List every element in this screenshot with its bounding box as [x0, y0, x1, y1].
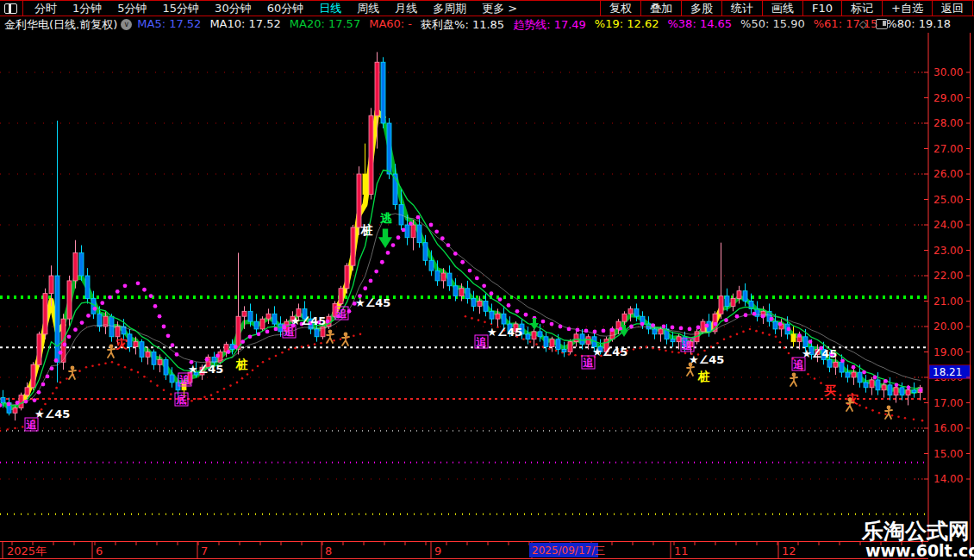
svg-text:★∠45: ★∠45	[802, 347, 837, 360]
stock-chart-app: { "title_bar": { "tabs": ["分时","1分钟","5分…	[0, 0, 974, 560]
svg-text:2025年: 2025年	[7, 544, 47, 557]
svg-text:14.00: 14.00	[933, 473, 963, 485]
svg-text:9: 9	[434, 544, 441, 557]
svg-text:桩: 桩	[697, 370, 710, 383]
svg-text:底: 底	[176, 394, 187, 406]
svg-text:27.00: 27.00	[933, 143, 963, 155]
svg-text:6: 6	[96, 544, 103, 557]
svg-text:7: 7	[201, 544, 208, 557]
kline-chart[interactable]: ★∠45★∠45★∠45★∠45★∠45★∠45★∠45★∠45追追追追追追追追…	[0, 0, 974, 560]
svg-text:买: 买	[824, 383, 836, 397]
svg-text:★∠45: ★∠45	[355, 296, 390, 309]
svg-text:16.00: 16.00	[933, 422, 963, 434]
svg-text:追: 追	[179, 374, 190, 386]
svg-text:20.00: 20.00	[933, 320, 963, 333]
svg-text:★∠45: ★∠45	[592, 345, 627, 358]
svg-text:30.00: 30.00	[933, 66, 963, 78]
svg-text:www.60lt.com: www.60lt.com	[865, 541, 974, 560]
svg-text:29.00: 29.00	[933, 92, 963, 104]
svg-text:桩: 桩	[360, 223, 373, 237]
svg-text:逃: 逃	[380, 211, 393, 225]
svg-text:桩: 桩	[235, 358, 248, 371]
svg-text:25.00: 25.00	[933, 194, 963, 206]
svg-text:26.00: 26.00	[933, 168, 963, 180]
svg-text:17.00: 17.00	[933, 397, 963, 409]
svg-text:追: 追	[336, 308, 347, 320]
svg-text:19.00: 19.00	[933, 346, 963, 358]
svg-text:追: 追	[583, 357, 594, 369]
svg-text:追: 追	[476, 336, 487, 348]
svg-text:12: 12	[782, 544, 796, 557]
svg-text:24.00: 24.00	[933, 219, 963, 231]
svg-text:18.21: 18.21	[933, 366, 962, 378]
svg-text:★∠45: ★∠45	[188, 363, 223, 376]
svg-text:8: 8	[325, 544, 332, 557]
svg-text:23.00: 23.00	[933, 245, 963, 257]
svg-text:★∠45: ★∠45	[487, 326, 522, 339]
svg-text:11: 11	[674, 544, 689, 557]
svg-text:★∠45: ★∠45	[34, 408, 70, 420]
svg-text:22.00: 22.00	[933, 270, 963, 282]
svg-text:15.00: 15.00	[933, 448, 963, 460]
svg-text:灾: 灾	[116, 337, 128, 351]
svg-text:追: 追	[793, 358, 804, 370]
svg-text:追: 追	[284, 326, 295, 338]
svg-text:21.00: 21.00	[933, 296, 963, 308]
watermark-line1: 乐淘公式网	[861, 519, 970, 544]
svg-text:28.00: 28.00	[933, 117, 963, 129]
svg-text:2025/09/17/三: 2025/09/17/三	[532, 544, 605, 557]
svg-text:追: 追	[26, 419, 37, 431]
svg-text:★∠45: ★∠45	[689, 353, 724, 366]
svg-text:追: 追	[682, 339, 693, 352]
